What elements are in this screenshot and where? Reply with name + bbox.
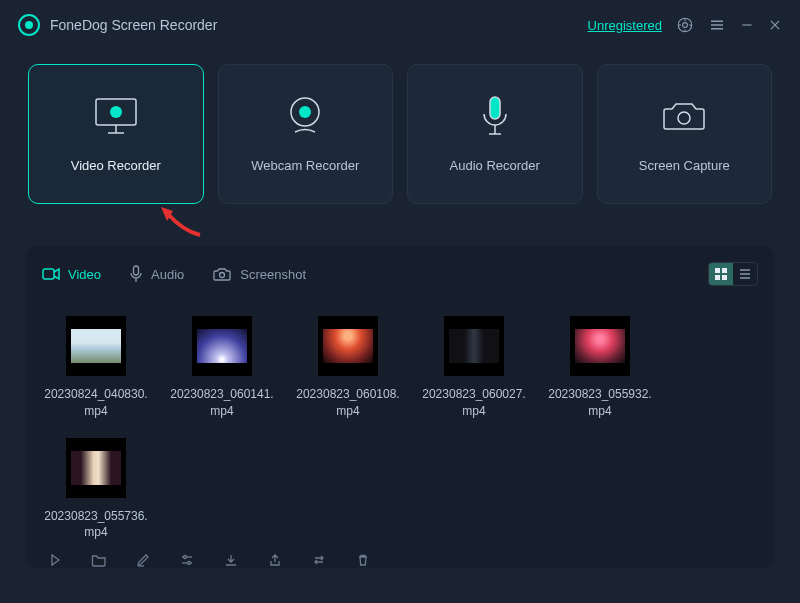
recording-item[interactable]: 20230823_060141.mp4 bbox=[168, 316, 276, 420]
thumbnail-icon bbox=[318, 316, 378, 376]
hamburger-menu-icon[interactable] bbox=[708, 16, 726, 34]
tab-row: Video Audio Screenshot bbox=[42, 258, 758, 298]
annotation-arrow-icon bbox=[155, 205, 205, 239]
recording-item[interactable]: 20230824_040830.mp4 bbox=[42, 316, 150, 420]
file-name: 20230823_055736.mp4 bbox=[42, 508, 150, 542]
edit-icon[interactable] bbox=[134, 551, 152, 569]
settings-gear-icon[interactable] bbox=[676, 16, 694, 34]
view-toggle bbox=[708, 262, 758, 286]
file-name: 20230823_060141.mp4 bbox=[168, 386, 276, 420]
svg-point-37 bbox=[184, 556, 187, 559]
svg-rect-23 bbox=[43, 269, 54, 279]
sliders-icon[interactable] bbox=[178, 551, 196, 569]
tab-audio[interactable]: Audio bbox=[129, 265, 184, 283]
tab-label: Screenshot bbox=[240, 267, 306, 282]
svg-point-1 bbox=[683, 23, 688, 28]
share-icon[interactable] bbox=[266, 551, 284, 569]
minimize-icon[interactable] bbox=[740, 18, 754, 32]
title-right: Unregistered bbox=[588, 16, 782, 34]
download-icon[interactable] bbox=[222, 551, 240, 569]
mode-label: Video Recorder bbox=[71, 158, 161, 173]
folder-icon[interactable] bbox=[90, 551, 108, 569]
unregistered-link[interactable]: Unregistered bbox=[588, 18, 662, 33]
tab-left: Video Audio Screenshot bbox=[42, 265, 306, 283]
svg-rect-18 bbox=[490, 97, 500, 119]
svg-point-17 bbox=[299, 106, 311, 118]
app-logo-icon bbox=[18, 14, 40, 36]
thumbnail-icon bbox=[570, 316, 630, 376]
thumbnail-grid: 20230824_040830.mp420230823_060141.mp420… bbox=[42, 298, 758, 541]
thumbnail-icon bbox=[192, 316, 252, 376]
tab-label: Audio bbox=[151, 267, 184, 282]
mode-video-recorder[interactable]: Video Recorder bbox=[28, 64, 204, 204]
svg-point-22 bbox=[678, 112, 690, 124]
tab-video[interactable]: Video bbox=[42, 267, 101, 282]
webcam-icon bbox=[283, 96, 327, 136]
close-icon[interactable] bbox=[768, 18, 782, 32]
title-left: FoneDog Screen Recorder bbox=[18, 14, 217, 36]
mode-label: Webcam Recorder bbox=[251, 158, 359, 173]
mode-label: Audio Recorder bbox=[450, 158, 540, 173]
svg-point-15 bbox=[110, 106, 122, 118]
convert-icon[interactable] bbox=[310, 551, 328, 569]
tab-screenshot[interactable]: Screenshot bbox=[212, 266, 306, 282]
svg-rect-29 bbox=[715, 275, 720, 280]
thumbnail-icon bbox=[66, 316, 126, 376]
file-name: 20230823_060108.mp4 bbox=[294, 386, 402, 420]
svg-rect-27 bbox=[715, 268, 720, 273]
mode-label: Screen Capture bbox=[639, 158, 730, 173]
svg-rect-28 bbox=[722, 268, 727, 273]
mode-row: Video Recorder Webcam Recorder Audio Rec… bbox=[0, 50, 800, 204]
list-view-button[interactable] bbox=[733, 263, 757, 285]
file-name: 20230824_040830.mp4 bbox=[42, 386, 150, 420]
svg-point-26 bbox=[220, 273, 225, 278]
recording-item[interactable]: 20230823_055736.mp4 bbox=[42, 438, 150, 542]
monitor-record-icon bbox=[90, 96, 142, 136]
bottom-toolbar bbox=[42, 541, 758, 581]
mode-webcam-recorder[interactable]: Webcam Recorder bbox=[218, 64, 394, 204]
mode-screen-capture[interactable]: Screen Capture bbox=[597, 64, 773, 204]
thumbnail-icon bbox=[444, 316, 504, 376]
trash-icon[interactable] bbox=[354, 551, 372, 569]
recording-item[interactable]: 20230823_060108.mp4 bbox=[294, 316, 402, 420]
recording-item[interactable]: 20230823_055932.mp4 bbox=[546, 316, 654, 420]
title-bar: FoneDog Screen Recorder Unregistered bbox=[0, 0, 800, 50]
tab-label: Video bbox=[68, 267, 101, 282]
svg-rect-30 bbox=[722, 275, 727, 280]
file-name: 20230823_060027.mp4 bbox=[420, 386, 528, 420]
recordings-panel: Video Audio Screenshot 20230824_040830.m… bbox=[26, 246, 774, 568]
recording-item[interactable]: 20230823_060027.mp4 bbox=[420, 316, 528, 420]
mode-audio-recorder[interactable]: Audio Recorder bbox=[407, 64, 583, 204]
app-title: FoneDog Screen Recorder bbox=[50, 17, 217, 33]
camera-icon bbox=[660, 96, 708, 136]
microphone-icon bbox=[477, 96, 513, 136]
thumbnail-icon bbox=[66, 438, 126, 498]
file-name: 20230823_055932.mp4 bbox=[546, 386, 654, 420]
play-icon[interactable] bbox=[46, 551, 64, 569]
svg-point-38 bbox=[188, 562, 191, 565]
svg-rect-24 bbox=[134, 266, 139, 275]
grid-view-button[interactable] bbox=[709, 263, 733, 285]
